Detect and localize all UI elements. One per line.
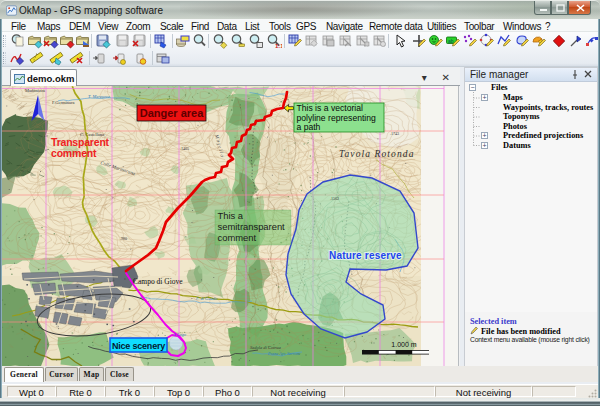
svg-text:.980: .980 — [120, 236, 127, 241]
svg-text:1:1: 1:1 — [275, 43, 282, 49]
svg-text:Madonizza: Madonizza — [25, 88, 45, 93]
svg-text:Prena Apr. Serrone: Prena Apr. Serrone — [267, 351, 300, 356]
svg-text:il Lago: il Lago — [173, 332, 187, 337]
svg-text:.1562: .1562 — [330, 196, 339, 201]
svg-text:comment: comment — [218, 232, 257, 243]
svg-text:1.000 m: 1.000 m — [391, 341, 416, 348]
svg-text:Nature reserve: Nature reserve — [329, 250, 402, 261]
svg-text:comment: comment — [51, 147, 97, 159]
svg-text:F. di Guado: F. di Guado — [195, 296, 218, 301]
svg-text:semitransparent: semitransparent — [218, 221, 286, 232]
svg-text:Campo di Giove: Campo di Giove — [133, 277, 183, 286]
svg-text:This is a vectorial: This is a vectorial — [297, 103, 363, 113]
svg-text:Danger area: Danger area — [140, 107, 204, 119]
svg-text:polyline representing: polyline representing — [297, 113, 377, 123]
svg-text:Sedola di Cotrua: Sedola di Cotrua — [250, 345, 282, 350]
svg-text:.1405: .1405 — [180, 146, 189, 151]
svg-text:Tavola Rotonda: Tavola Rotonda — [339, 149, 415, 159]
svg-text:Nice scenery: Nice scenery — [112, 341, 165, 351]
svg-text:This a: This a — [218, 210, 244, 221]
svg-text:a path: a path — [297, 122, 321, 132]
svg-text:F.Germinara: F.Germinara — [52, 100, 75, 105]
svg-text:T. Mereuzza: T. Mereuzza — [88, 94, 110, 99]
svg-text:ab: ab — [448, 38, 454, 44]
svg-text:.1743: .1743 — [390, 131, 399, 136]
